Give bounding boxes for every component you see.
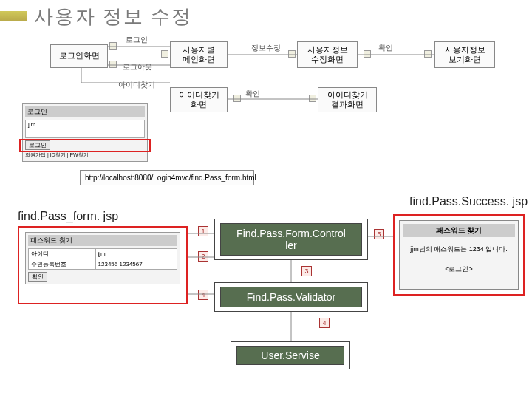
arrow-icon	[424, 50, 432, 58]
row2-val: 123456 1234567	[95, 259, 177, 270]
edge-login: 로그인	[124, 35, 149, 45]
arrow-icon	[233, 95, 241, 102]
row1-label: 아이디	[29, 249, 96, 259]
url-box: http://localhost:8080/Login4mvc/find.Pas…	[80, 170, 254, 185]
mock-findpass-header: 패스워드 찾기	[28, 235, 177, 246]
mock-login-links: 회원가입 | ID찾기 | PW찾기	[25, 151, 145, 159]
box-findid-result: 아이디찾기 결과화면	[318, 87, 377, 112]
mock-success: 패스워드 찾기 jjm님의 패스워드는 1234 입니다. <로그인>	[399, 220, 519, 290]
edge-confirm2: 확인	[244, 89, 262, 99]
num-5: 5	[374, 229, 384, 239]
arrow-icon	[309, 95, 316, 102]
mock-login-id: jjm	[26, 120, 145, 129]
page-title: 사용자 정보 수정	[34, 4, 192, 30]
edge-editinfo: 정보수정	[250, 43, 282, 53]
box-login-screen: 로그인화면	[50, 44, 108, 68]
mock-findpass-btn: 확인	[28, 272, 47, 282]
box-user-view: 사용자정보 보기화면	[434, 41, 495, 68]
arrow-icon	[364, 50, 371, 58]
box-user-edit: 사용자정보 수정화면	[297, 41, 358, 68]
edge-findid: 아이디찾기	[117, 80, 157, 90]
red-highlight-login	[19, 139, 151, 152]
mock-login-pw	[26, 129, 145, 138]
row2-label: 주민등록번호	[29, 259, 96, 270]
success-link: <로그인>	[403, 265, 515, 274]
edge-confirm1: 확인	[377, 43, 395, 53]
box-user-main: 사용자별 메인화면	[170, 41, 228, 68]
arrow-icon	[161, 50, 168, 58]
row1-val: jjm	[95, 249, 177, 259]
jsp-success-label: find.Pass.Success. jsp	[409, 195, 528, 208]
num-3: 3	[301, 266, 312, 276]
accent-bar	[0, 11, 27, 21]
num-4b: 4	[319, 318, 330, 328]
arrow-icon	[109, 61, 117, 68]
arrow-icon	[288, 50, 296, 58]
ctrl-service: User.Servise	[236, 346, 344, 365]
ctrl-validator: Find.Pass.Validator	[220, 287, 362, 307]
edge-logout: 로그아웃	[121, 62, 154, 72]
mock-findpass-form: 패스워드 찾기 아이디jjm 주민등록번호123456 1234567 확인	[25, 232, 180, 284]
mock-login-form: 로그인 jjm 로그인 회원가입 | ID찾기 | PW찾기	[22, 103, 148, 162]
num-1: 1	[198, 226, 208, 236]
success-header: 패스워드 찾기	[403, 224, 515, 237]
arrow-icon	[109, 42, 117, 50]
num-4a: 4	[198, 290, 208, 300]
box-findid-screen: 아이디찾기 화면	[170, 87, 228, 112]
mock-login-header: 로그인	[25, 106, 145, 117]
success-msg: jjm님의 패스워드는 1234 입니다.	[403, 245, 515, 254]
num-2: 2	[198, 251, 208, 262]
jsp-form-label: find.Pass_form. jsp	[18, 210, 118, 223]
ctrl-form: Find.Pass.Form.Control ler	[220, 223, 362, 256]
